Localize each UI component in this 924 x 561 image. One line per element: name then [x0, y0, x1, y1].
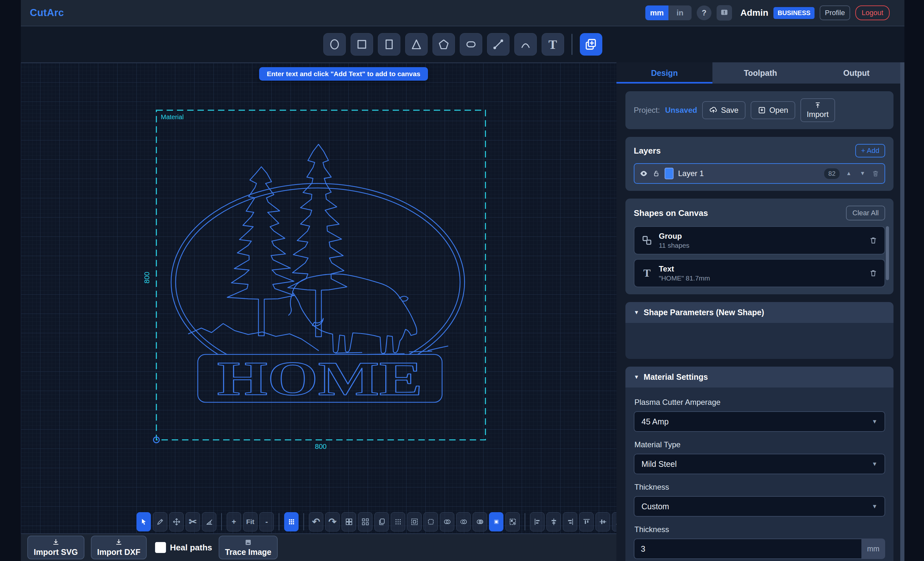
group-button[interactable] — [342, 512, 356, 531]
app-window: CutArc mm in ? Admin BUSINESS Profile Lo… — [21, 0, 904, 561]
shapes-list-scrollbar[interactable] — [886, 226, 889, 280]
shape-list-item[interactable]: Group 11 shapes — [634, 226, 885, 254]
marquee-button[interactable] — [506, 512, 520, 531]
image-icon — [244, 538, 252, 546]
align-left-button[interactable] — [530, 512, 544, 531]
add-layer-button[interactable]: + Add — [855, 144, 885, 158]
align-top-button[interactable] — [579, 512, 594, 531]
union-button[interactable] — [440, 512, 454, 531]
trace-image-button[interactable]: Trace Image — [219, 535, 278, 559]
select-tool-button[interactable] — [136, 512, 151, 531]
layer-row[interactable]: Layer 1 82 ▲ ▼ — [634, 163, 885, 184]
zoom-in-button[interactable]: + — [226, 512, 241, 531]
ellipse-shape-button[interactable] — [460, 33, 482, 56]
profile-button[interactable]: Profile — [820, 6, 850, 20]
bounds-button[interactable] — [423, 512, 438, 531]
import-dxf-button[interactable]: Import DXF — [91, 535, 147, 559]
thickness-input[interactable] — [634, 538, 861, 559]
import-project-button[interactable]: Import — [800, 98, 835, 122]
undo-button[interactable]: ↶ — [309, 512, 323, 531]
layer-name: Layer 1 — [678, 169, 704, 178]
triangle-shape-button[interactable] — [405, 33, 428, 56]
tab-output[interactable]: Output — [808, 62, 904, 84]
user-name: Admin — [740, 8, 768, 18]
material-label: Material — [161, 113, 184, 120]
plan-badge: BUSINESS — [773, 7, 814, 19]
add-to-canvas-icon — [585, 38, 597, 51]
chat-icon — [720, 9, 729, 17]
add-to-canvas-button[interactable] — [580, 33, 602, 56]
layer-move-down-button[interactable]: ▼ — [858, 170, 867, 177]
align-right-button[interactable] — [563, 512, 577, 531]
lock-open-icon[interactable] — [652, 170, 660, 177]
heal-paths-checkbox[interactable] — [155, 542, 166, 553]
zoom-out-button[interactable]: - — [260, 512, 274, 531]
rectangle-shape-button[interactable] — [378, 33, 400, 56]
material-type-select[interactable]: Mild Steel ▼ — [634, 454, 885, 474]
amperage-select[interactable]: 45 Amp ▼ — [634, 411, 885, 432]
line-shape-button[interactable] — [487, 33, 510, 56]
align-middle-icon — [599, 518, 607, 526]
chevron-down-icon: ▼ — [872, 461, 878, 468]
help-button[interactable]: ? — [697, 6, 711, 20]
design-canvas[interactable]: Enter text and click "Add Text" to add t… — [21, 62, 616, 533]
grid-toggle-button[interactable] — [284, 512, 298, 531]
pentagon-shape-button[interactable] — [432, 33, 455, 56]
open-button[interactable]: Open — [751, 101, 795, 119]
measure-tool-button[interactable] — [202, 512, 216, 531]
circle-icon — [328, 38, 340, 50]
feedback-button[interactable] — [717, 5, 732, 21]
trash-icon[interactable] — [869, 236, 878, 245]
material-settings-body: Plasma Cutter Amperage 45 Amp ▼ Material… — [626, 388, 894, 561]
subtract-button[interactable] — [472, 512, 487, 531]
align-bottom-button[interactable] — [612, 512, 616, 531]
material-settings-header[interactable]: ▼ Material Settings — [626, 367, 894, 388]
canvas-tool-strip: ✂ + Fit - ↶ ↷ — [136, 512, 616, 531]
sign-design-group[interactable]: HOME — [153, 144, 465, 443]
layer-color-swatch[interactable] — [664, 168, 674, 179]
logout-button[interactable]: Logout — [855, 6, 890, 20]
circle-shape-button[interactable] — [323, 33, 346, 56]
trash-icon[interactable] — [869, 269, 878, 277]
select-frame-button[interactable] — [407, 512, 422, 531]
shape-parameters-header[interactable]: ▼ Shape Parameters (New Shape) — [626, 302, 894, 323]
unit-in-button[interactable]: in — [669, 6, 692, 20]
tool-divider — [525, 513, 525, 531]
project-label: Project: — [634, 106, 660, 115]
canvas-hint-tooltip: Enter text and click "Add Text" to add t… — [259, 67, 428, 81]
tab-toolpath[interactable]: Toolpath — [712, 62, 808, 84]
ungroup-button[interactable] — [358, 512, 372, 531]
duplicate-button[interactable] — [374, 512, 389, 531]
trash-icon[interactable] — [872, 170, 879, 177]
align-right-icon — [566, 518, 574, 526]
material-settings-section: ▼ Material Settings Plasma Cutter Ampera… — [626, 367, 894, 561]
align-center-horizontal-button[interactable] — [546, 512, 561, 531]
zoom-fit-button[interactable]: Fit — [243, 512, 258, 531]
layer-move-up-button[interactable]: ▲ — [844, 170, 854, 177]
material-and-design[interactable]: Material 800 800 HOME — [143, 108, 509, 461]
visibility-eye-icon[interactable] — [639, 169, 648, 178]
redo-button[interactable]: ↷ — [325, 512, 340, 531]
panel-scrollbar[interactable] — [900, 62, 904, 561]
panel-tabs: Design Toolpath Output — [616, 62, 904, 84]
array-tool-button[interactable] — [391, 512, 405, 531]
square-shape-button[interactable] — [351, 33, 373, 56]
app-logo: CutArc — [30, 7, 64, 19]
text-shape-button[interactable]: T — [542, 33, 564, 56]
heal-paths-control[interactable]: Heal paths — [155, 542, 212, 553]
clear-all-button[interactable]: Clear All — [846, 206, 885, 220]
move-tool-button[interactable] — [169, 512, 184, 531]
align-middle-vertical-button[interactable] — [596, 512, 610, 531]
tab-design[interactable]: Design — [616, 62, 712, 84]
thickness-preset-select[interactable]: Custom ▼ — [634, 496, 885, 517]
cut-tool-button[interactable]: ✂ — [186, 512, 200, 531]
import-svg-button[interactable]: Import SVG — [27, 535, 84, 559]
save-button[interactable]: Save — [702, 101, 746, 119]
shape-list-item[interactable]: T Text "HOME" 81.7mm — [634, 259, 885, 287]
arc-shape-button[interactable] — [514, 33, 537, 56]
intersect-button[interactable] — [456, 512, 471, 531]
fill-toggle-button[interactable] — [489, 512, 503, 531]
unit-mm-button[interactable]: mm — [645, 6, 669, 20]
arc-icon — [519, 38, 532, 50]
draw-tool-button[interactable] — [153, 512, 167, 531]
